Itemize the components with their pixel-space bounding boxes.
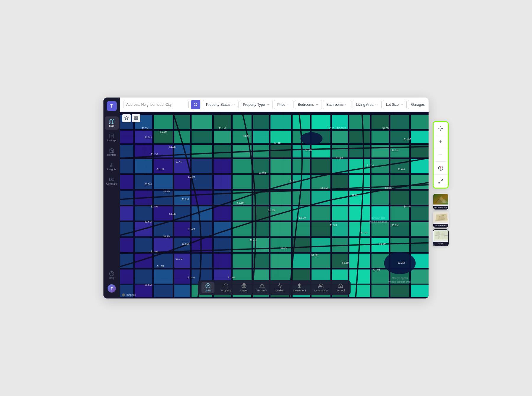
mapbox-logo: [122, 293, 125, 297]
listings-icon: [109, 133, 114, 139]
svg-rect-90: [270, 175, 291, 189]
svg-rect-145: [411, 222, 429, 236]
svg-rect-70: [192, 159, 212, 173]
map-thumb: [433, 230, 449, 241]
filter-bathrooms[interactable]: Bathrooms: [323, 100, 351, 109]
sidebar-item-insights[interactable]: Insights: [105, 160, 119, 173]
insights-icon: [109, 162, 114, 168]
svg-rect-173: [332, 254, 348, 268]
svg-text:Middle School: Middle School: [369, 220, 387, 223]
toolbar-item-community[interactable]: Community: [312, 282, 330, 293]
svg-rect-147: [135, 238, 152, 252]
filter-lot-size[interactable]: Lot Size: [383, 100, 407, 109]
svg-rect-136: [233, 222, 252, 236]
sidebar: T Map Listings: [103, 98, 120, 298]
svg-rect-197: [174, 285, 190, 297]
filter-property-type[interactable]: Property Type: [240, 100, 273, 109]
school-icon: [338, 283, 343, 288]
svg-rect-209: [411, 285, 429, 297]
svg-marker-0: [109, 119, 114, 124]
chevron-down-icon: [315, 103, 319, 106]
map-type-3d-elevation[interactable]: 3D Elevation: [433, 193, 449, 210]
svg-rect-86: [192, 175, 212, 189]
sidebar-item-rentals[interactable]: Rentals: [105, 145, 119, 159]
grid-button[interactable]: [132, 114, 140, 122]
svg-rect-190: [349, 270, 370, 284]
hazards-icon: [259, 283, 265, 288]
sidebar-item-listings[interactable]: Listings: [105, 131, 119, 144]
svg-rect-83: [135, 175, 152, 189]
svg-point-210: [301, 132, 323, 145]
svg-text:Barn Theater: Barn Theater: [327, 126, 346, 130]
svg-rect-143: [372, 222, 389, 236]
svg-rect-221: [134, 119, 136, 120]
svg-rect-67: [135, 159, 152, 173]
svg-rect-123: [293, 206, 310, 220]
toolbar-item-hazards[interactable]: Hazards: [255, 282, 269, 293]
svg-rect-101: [174, 191, 190, 205]
svg-rect-148: [154, 238, 173, 252]
svg-rect-30: [349, 115, 370, 129]
svg-rect-220: [136, 119, 137, 120]
sidebar-bottom: Help T: [105, 269, 119, 295]
svg-rect-161: [411, 238, 429, 252]
filter-bedrooms[interactable]: Bedrooms: [295, 100, 322, 109]
sidebar-item-map[interactable]: Map: [105, 116, 119, 130]
filter-garages[interactable]: Garages: [408, 100, 425, 109]
layers-icon: [124, 116, 129, 120]
svg-rect-22: [192, 115, 212, 129]
map-type-boundaries[interactable]: Boundaries: [433, 211, 449, 228]
svg-rect-32: [390, 115, 409, 129]
zoom-in-button[interactable]: +: [434, 135, 448, 148]
help-icon: [109, 271, 114, 276]
svg-rect-170: [270, 254, 291, 268]
toolbar-item-market[interactable]: Market.: [273, 282, 286, 293]
svg-rect-179: [135, 270, 152, 284]
map-type-map[interactable]: Map: [433, 229, 449, 246]
svg-point-228: [319, 284, 321, 285]
chevron-down-icon: [375, 103, 378, 106]
svg-rect-58: [270, 145, 291, 158]
toolbar-item-region[interactable]: Region: [237, 282, 250, 293]
layers-button[interactable]: [122, 114, 131, 122]
zoom-out-button[interactable]: −: [434, 148, 448, 161]
filter-property-status[interactable]: Property Status: [203, 100, 239, 109]
filter-price[interactable]: Price: [274, 100, 293, 109]
compass-button[interactable]: [434, 162, 448, 175]
svg-rect-94: [349, 175, 370, 189]
svg-rect-39: [214, 131, 231, 143]
svg-rect-218: [134, 117, 136, 118]
svg-rect-167: [214, 254, 231, 268]
filter-living-area[interactable]: Living Area: [353, 100, 381, 109]
map-area[interactable]: Barn Theater Mission Hill Middle School …: [120, 112, 429, 298]
avatar[interactable]: T: [108, 284, 116, 293]
toolbar-item-value[interactable]: Value: [201, 282, 214, 293]
svg-rect-251: [438, 236, 440, 238]
search-input[interactable]: [126, 103, 179, 107]
svg-rect-55: [214, 145, 231, 158]
svg-rect-138: [270, 222, 291, 236]
toolbar-item-investment[interactable]: Investment: [291, 282, 308, 293]
svg-rect-133: [174, 222, 190, 236]
fullscreen-button[interactable]: [434, 175, 448, 188]
svg-rect-195: [135, 285, 152, 297]
svg-rect-116: [154, 206, 173, 220]
locate-button[interactable]: [434, 122, 448, 135]
svg-rect-163: [135, 254, 152, 268]
fullscreen-icon: [438, 178, 443, 184]
svg-rect-129: [411, 206, 429, 220]
svg-rect-154: [270, 238, 291, 252]
toolbar-item-school[interactable]: School: [334, 282, 347, 293]
sidebar-nav: Map Listings Rentals: [105, 116, 119, 269]
mapbox-attribution: mapbox: [122, 293, 136, 297]
svg-rect-115: [135, 206, 152, 220]
svg-rect-85: [174, 175, 190, 189]
sidebar-item-help[interactable]: Help: [105, 269, 119, 282]
svg-rect-23: [214, 115, 231, 129]
svg-rect-24: [233, 115, 252, 129]
sidebar-item-compare[interactable]: Compare: [105, 174, 119, 188]
search-button[interactable]: [191, 100, 200, 109]
svg-rect-172: [312, 254, 330, 268]
topbar: Property Status Property Type Price Bedr…: [120, 98, 429, 112]
toolbar-item-property[interactable]: Property: [219, 282, 233, 293]
